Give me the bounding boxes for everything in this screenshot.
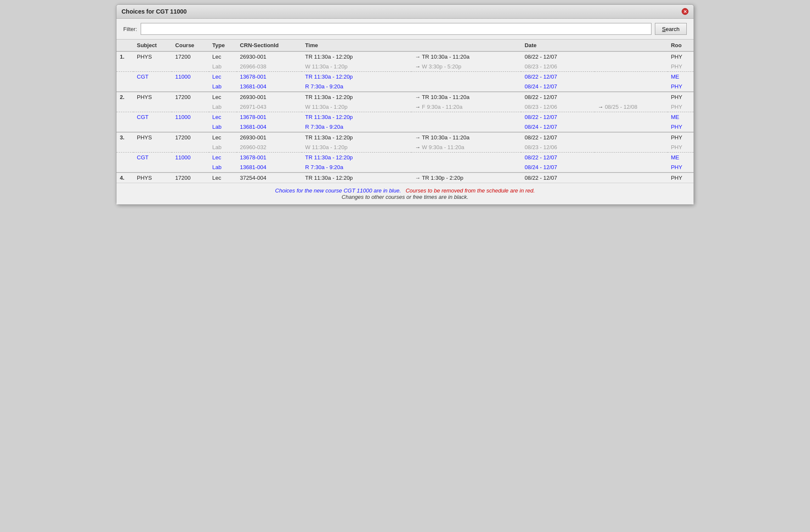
row-type: Lec [209,132,237,142]
row-type: Lab [209,162,237,173]
search-button[interactable]: Search [655,23,687,35]
row-type: Lec [209,92,237,102]
row-crn: 26930-001 [237,132,302,142]
row-crn: 26930-001 [237,51,302,62]
filter-input[interactable] [141,23,651,35]
row-time-orig: TR 11:30a - 12:20p [302,153,411,163]
row-date-orig: 08/24 - 12/07 [521,162,594,173]
row-number [116,162,133,173]
row-subject [133,62,172,72]
window-title: Choices for CGT 11000 [122,8,187,15]
footer-note-black: Changes to other courses or free times a… [342,194,468,200]
row-subject: CGT [133,72,172,82]
row-subject [133,102,172,112]
col-room: Roo [668,40,694,51]
row-room: PHY [668,51,694,62]
row-time-orig: TR 11:30a - 12:20p [302,51,411,62]
row-crn: 37254-004 [237,173,302,183]
row-time-new [411,122,521,132]
row-type: Lab [209,122,237,132]
table-row: 1.PHYS17200Lec26930-001TR 11:30a - 12:20… [116,51,694,62]
col-subject: Subject [133,40,172,51]
row-crn: 13681-004 [237,82,302,92]
row-date-orig: 08/22 - 12/07 [521,153,594,163]
row-crn: 13681-004 [237,122,302,132]
row-time-orig: R 7:30a - 9:20a [302,162,411,173]
table-container: Subject Course Type CRN-SectionId Time D… [116,39,694,183]
row-number [116,62,133,72]
table-row: Lab13681-004R 7:30a - 9:20a08/24 - 12/07… [116,162,694,173]
row-time-new: → W 9:30a - 11:20a [411,142,521,153]
row-date-new [595,72,668,82]
row-room: PHY [668,173,694,183]
footer-note: Choices for the new course CGT 11000 are… [116,183,694,204]
table-row: CGT11000Lec13678-001TR 11:30a - 12:20p08… [116,72,694,82]
filter-bar: Filter: Search [116,19,694,39]
row-date-new: → 08/25 - 12/08 [595,102,668,112]
row-crn: 13678-001 [237,112,302,122]
row-course: 11000 [172,112,209,122]
table-row: Lab26966-038W 11:30a - 1:20p→ W 3:30p - … [116,62,694,72]
row-date-orig: 08/24 - 12/07 [521,122,594,132]
close-button[interactable]: ✕ [682,8,688,15]
col-course: Course [172,40,209,51]
row-course [172,142,209,153]
row-date-new [595,62,668,72]
row-room: PHY [668,132,694,142]
row-course: 17200 [172,92,209,102]
row-crn: 26960-032 [237,142,302,153]
choices-table: Subject Course Type CRN-SectionId Time D… [116,40,694,183]
table-row: 3.PHYS17200Lec26930-001TR 11:30a - 12:20… [116,132,694,142]
row-time-orig: W 11:30a - 1:20p [302,142,411,153]
row-room: ME [668,112,694,122]
row-type: Lec [209,51,237,62]
col-crn: CRN-SectionId [237,40,302,51]
row-time-orig: R 7:30a - 9:20a [302,122,411,132]
row-date-new [595,162,668,173]
col-time-arrow [411,40,521,51]
row-crn: 26971-043 [237,102,302,112]
row-number [116,82,133,92]
row-date-orig: 08/23 - 12/06 [521,62,594,72]
row-time-new [411,82,521,92]
row-date-new [595,153,668,163]
row-time-new [411,162,521,173]
row-subject: PHYS [133,132,172,142]
table-header-row: Subject Course Type CRN-SectionId Time D… [116,40,694,51]
row-subject: PHYS [133,51,172,62]
title-bar: Choices for CGT 11000 ✕ [116,5,694,19]
row-subject: PHYS [133,92,172,102]
row-time-orig: W 11:30a - 1:20p [302,62,411,72]
row-crn: 13681-004 [237,162,302,173]
row-room: PHY [668,92,694,102]
row-number: 2. [116,92,133,102]
col-date: Date [521,40,594,51]
row-type: Lab [209,82,237,92]
row-date-orig: 08/22 - 12/07 [521,173,594,183]
row-course [172,82,209,92]
row-time-new: → TR 10:30a - 11:20a [411,132,521,142]
row-subject [133,122,172,132]
row-time-new: → TR 10:30a - 11:20a [411,92,521,102]
row-course: 11000 [172,153,209,163]
col-type: Type [209,40,237,51]
footer-note-red: Courses to be removed from the schedule … [405,187,535,194]
footer-note-space [402,187,404,194]
table-row: Lab13681-004R 7:30a - 9:20a08/24 - 12/07… [116,82,694,92]
row-date-orig: 08/22 - 12/07 [521,112,594,122]
table-row: 2.PHYS17200Lec26930-001TR 11:30a - 12:20… [116,92,694,102]
row-course [172,162,209,173]
row-date-orig: 08/23 - 12/06 [521,102,594,112]
row-date-new [595,112,668,122]
row-type: Lec [209,112,237,122]
row-subject [133,162,172,173]
row-date-new [595,173,668,183]
row-room: ME [668,72,694,82]
row-date-new [595,142,668,153]
row-crn: 26966-038 [237,62,302,72]
row-room: PHY [668,162,694,173]
row-date-orig: 08/22 - 12/07 [521,51,594,62]
row-number: 1. [116,51,133,62]
row-date-orig: 08/22 - 12/07 [521,92,594,102]
row-number [116,112,133,122]
